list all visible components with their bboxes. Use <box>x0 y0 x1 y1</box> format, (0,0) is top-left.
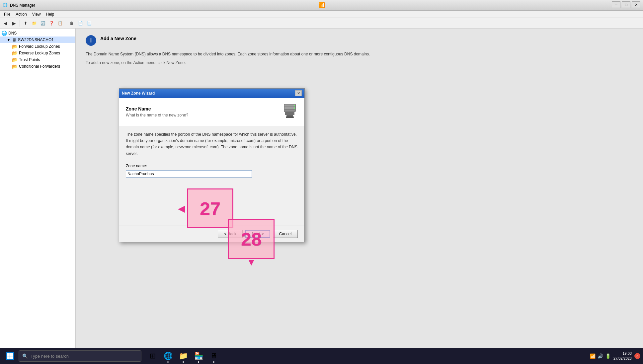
taskbar-app-dns[interactable]: 🖥 <box>206 349 221 363</box>
windows-icon-piece-3 <box>7 356 10 359</box>
store-indicator <box>198 361 199 363</box>
menu-view[interactable]: View <box>30 11 43 17</box>
folder-button[interactable]: 📁 <box>30 19 38 27</box>
search-placeholder: Type here to search <box>31 354 69 359</box>
folder-icon-trust: 📂 <box>12 57 18 62</box>
app-icon: 🌐 <box>3 3 8 8</box>
dns-icon: 🌐 <box>1 31 7 36</box>
wizard-close-button[interactable]: ✕ <box>295 90 302 96</box>
separator-1 <box>20 20 20 27</box>
menu-file[interactable]: File <box>1 11 13 17</box>
separator-2 <box>66 20 66 27</box>
explorer-indicator <box>183 361 184 363</box>
menu-help[interactable]: Help <box>43 11 57 17</box>
content-area: i Add a New Zone The Domain Name System … <box>76 29 643 348</box>
svg-rect-4 <box>285 112 294 115</box>
back-button[interactable]: ◀ <box>1 19 9 27</box>
annotation-28: 28 ▼ <box>228 219 275 259</box>
svg-point-7 <box>294 105 295 106</box>
up-button[interactable]: ⬆ <box>22 19 30 27</box>
sidebar-item-reverse[interactable]: 📂 Reverse Lookup Zones <box>0 50 75 56</box>
arrow-28: ▼ <box>247 257 256 268</box>
cancel-button[interactable]: Cancel <box>273 230 298 238</box>
annotation-27: 27 ◀ <box>187 188 233 228</box>
sidebar-item-trust[interactable]: 📂 Trust Points <box>0 56 75 63</box>
main-container: 🌐 DNS ▼ 🖥 SW22DNSNACHO1 📂 Forward Lookup… <box>0 29 643 348</box>
wizard-header-text: Zone Name What is the name of the new zo… <box>126 106 188 117</box>
folder-icon-forwarders: 📂 <box>12 64 18 69</box>
system-clock[interactable]: 19:03 27/02/2023 <box>613 351 632 361</box>
help-button[interactable]: ❓ <box>47 19 55 27</box>
network-tray-icon[interactable]: 📶 <box>590 353 596 359</box>
folder-icon-reverse: 📂 <box>12 50 18 56</box>
sidebar-item-dns[interactable]: 🌐 DNS <box>0 30 75 36</box>
arrow-27: ◀ <box>178 203 185 214</box>
wizard-dialog: New Zone Wizard ✕ Zone Name What is the … <box>119 88 305 242</box>
minimize-button[interactable]: ─ <box>612 1 620 8</box>
maximize-button[interactable]: □ <box>622 1 630 8</box>
delete-button[interactable]: 🗑 <box>68 19 76 27</box>
sidebar-dns-label: DNS <box>8 31 17 36</box>
sys-tray: 📶 🔊 🔋 <box>590 353 611 359</box>
wizard-header: Zone Name What is the name of the new zo… <box>119 98 304 126</box>
wizard-overlay: New Zone Wizard ✕ Zone Name What is the … <box>76 29 643 348</box>
explorer-icon: 📁 <box>179 352 188 360</box>
sidebar-forward-label: Forward Lookup Zones <box>19 44 60 49</box>
taskbar-app-taskview[interactable]: ⊞ <box>145 349 160 363</box>
store-icon: 🏪 <box>194 352 203 360</box>
taskbar: 🔍 Type here to search ⊞ 🌐 📁 🏪 🖥 📶 🔊 🔋 <box>0 348 643 364</box>
search-icon: 🔍 <box>22 353 28 359</box>
taskbar-app-store[interactable]: 🏪 <box>191 349 206 363</box>
taskview-icon: ⊞ <box>150 352 156 360</box>
close-button[interactable]: ✕ <box>632 1 640 8</box>
properties2-button[interactable]: 📃 <box>85 19 93 27</box>
zone-name-input[interactable] <box>126 170 252 178</box>
start-button[interactable] <box>3 349 17 363</box>
clock-time: 19:03 <box>613 351 632 356</box>
export-button[interactable]: 📋 <box>56 19 64 27</box>
taskbar-app-edge[interactable]: 🌐 <box>161 349 175 363</box>
network-icon: 📶 <box>318 2 325 8</box>
sidebar: 🌐 DNS ▼ 🖥 SW22DNSNACHO1 📂 Forward Lookup… <box>0 29 76 348</box>
edge-icon: 🌐 <box>164 352 173 360</box>
wizard-zone-subtitle: What is the name of the new zone? <box>126 113 188 117</box>
clock-date: 27/02/2023 <box>613 356 632 361</box>
folder-icon-forward: 📂 <box>12 44 18 49</box>
sidebar-forwarders-label: Conditional Forwarders <box>19 64 60 69</box>
sidebar-server-label: SW22DNSNACHO1 <box>18 37 54 42</box>
wizard-content: The zone name specifies the portion of t… <box>119 126 304 226</box>
wizard-description: The zone name specifies the portion of t… <box>126 131 298 157</box>
step-28-label: 28 <box>241 228 262 250</box>
notification-badge[interactable]: 3 <box>634 353 640 359</box>
menu-action[interactable]: Action <box>13 11 29 17</box>
forward-button[interactable]: ▶ <box>10 19 18 27</box>
svg-rect-3 <box>284 110 295 111</box>
search-bar[interactable]: 🔍 Type here to search <box>19 350 141 362</box>
battery-icon: 🔋 <box>605 353 611 359</box>
edge-indicator <box>167 361 169 363</box>
windows-icon <box>6 352 14 360</box>
wizard-title: New Zone Wizard <box>122 91 155 96</box>
dns-app-icon: 🖥 <box>210 352 217 360</box>
refresh-button[interactable]: 🔄 <box>39 19 47 27</box>
taskbar-right: 📶 🔊 🔋 19:03 27/02/2023 3 <box>590 351 640 361</box>
expand-icon: ▼ <box>7 37 11 42</box>
properties-button[interactable]: 📄 <box>76 19 84 27</box>
taskbar-app-explorer[interactable]: 📁 <box>176 349 191 363</box>
toolbar: ◀ ▶ ⬆ 📁 🔄 ❓ 📋 🗑 📄 📃 <box>0 18 643 29</box>
wizard-server-icon <box>282 103 298 120</box>
svg-rect-5 <box>286 115 293 116</box>
zone-name-label: Zone name: <box>126 164 298 168</box>
sidebar-reverse-label: Reverse Lookup Zones <box>19 51 60 55</box>
svg-rect-1 <box>284 105 295 107</box>
sidebar-item-forwarders[interactable]: 📂 Conditional Forwarders <box>0 63 75 70</box>
sidebar-trust-label: Trust Points <box>19 57 40 62</box>
volume-icon[interactable]: 🔊 <box>598 353 603 359</box>
svg-point-8 <box>294 108 295 109</box>
taskbar-apps: ⊞ 🌐 📁 🏪 🖥 <box>145 349 221 363</box>
sidebar-item-forward[interactable]: 📂 Forward Lookup Zones <box>0 43 75 50</box>
server-icon: 🖥 <box>12 37 17 42</box>
window-controls[interactable]: ─ □ ✕ <box>612 1 640 8</box>
window-title: DNS Manager <box>10 3 640 8</box>
sidebar-item-server[interactable]: ▼ 🖥 SW22DNSNACHO1 <box>0 36 75 43</box>
